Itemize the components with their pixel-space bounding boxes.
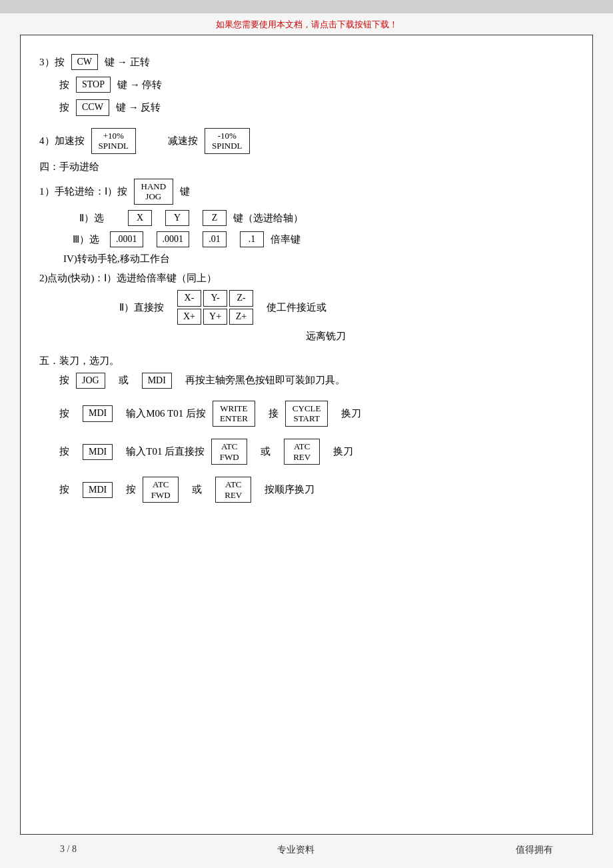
atc-fwd2-key: ATC FWD bbox=[143, 477, 179, 503]
input-m06-label: 输入M06 T01 后按 bbox=[126, 407, 206, 420]
an5-prefix: 按 bbox=[126, 483, 136, 496]
k0001b-key: .0001 bbox=[157, 231, 190, 247]
section3-prefix: 3）按 bbox=[39, 56, 65, 69]
y-key: Y bbox=[165, 210, 189, 226]
x-key: X bbox=[128, 210, 152, 226]
stop-key: STOP bbox=[76, 77, 111, 93]
atc-rev-key: ATC REV bbox=[284, 439, 320, 465]
section4-prefix: 4）加速按 bbox=[39, 135, 85, 147]
footer-page: 3 / 8 bbox=[60, 844, 77, 856]
handjog-key: HAND JOG bbox=[134, 179, 174, 205]
z-key: Z bbox=[203, 210, 227, 226]
line-diandong: 2)点动(快动)：Ⅰ）选进给倍率键（同上） bbox=[39, 272, 574, 285]
plus10-key: +10% SPINDL bbox=[91, 128, 137, 154]
line-wu-title: 五．装刀，选刀。 bbox=[39, 355, 574, 367]
line-jog-buttons: Ⅱ）直接按 X- Y- Z- X+ Y+ Z+ 使工件接近或 bbox=[119, 290, 574, 324]
yminus-key: Y- bbox=[203, 290, 227, 306]
an-jie-label: 接 bbox=[269, 407, 279, 420]
ii-xuan-label: Ⅱ）选 bbox=[79, 212, 104, 225]
zminus-key: Z- bbox=[229, 290, 253, 306]
an3-prefix: 按 bbox=[59, 445, 69, 458]
jog-key: JOG bbox=[76, 373, 105, 389]
an-prefix1: 按 bbox=[59, 374, 69, 387]
mdi1-key: MDI bbox=[142, 373, 172, 389]
one-shoulun-label: 1）手轮进给：Ⅰ）按 bbox=[39, 185, 127, 198]
mdi3-key: MDI bbox=[83, 444, 113, 460]
line-si-manual: 四：手动进给 bbox=[39, 161, 574, 173]
line-xyz: Ⅱ）选 X Y Z 键（选进给轴） bbox=[79, 210, 574, 226]
atc-rev2-key: ATC REV bbox=[215, 477, 251, 503]
jian-xuanjingei-label: 键（选进给轴） bbox=[233, 212, 303, 225]
huan-dao1-label: 换刀 bbox=[341, 407, 361, 420]
line-rate-keys: Ⅲ）选 .0001 .0001 .01 .1 倍率键 bbox=[73, 231, 574, 247]
line-m06: 按 MDI 输入M06 T01 后按 WRITE ENTER 接 CYCLE S… bbox=[59, 401, 574, 427]
main-content: 3）按 CW 键 → 正转 按 STOP 键 → 停转 按 CCW 键 → 反转… bbox=[20, 35, 593, 835]
zai-an-text: 再按主轴旁黑色按钮即可装卸刀具。 bbox=[185, 374, 345, 387]
or3-label: 或 bbox=[192, 483, 202, 496]
k0001a-key: .0001 bbox=[110, 231, 143, 247]
line-stop: 按 STOP 键 → 停转 bbox=[59, 77, 574, 93]
page-wrapper: 如果您需要使用本文档，请点击下载按钮下载！ 3）按 CW 键 → 正转 按 ST… bbox=[0, 13, 613, 868]
line-iv: IV)转动手轮,移动工作台 bbox=[63, 253, 574, 265]
jiansu-label: 减速按 bbox=[168, 135, 198, 147]
cycle-start-key: CYCLE START bbox=[285, 401, 328, 427]
line-ccw: 按 CCW 键 → 反转 bbox=[59, 99, 574, 115]
xminus-key: X- bbox=[177, 290, 201, 306]
line-atc-seq: 按 MDI 按 ATC FWD 或 ATC REV 按顺序换刀 bbox=[59, 477, 574, 503]
huan-dao3-label: 按顺序换刀 bbox=[265, 483, 314, 496]
cw-label: 键 → 正转 bbox=[105, 56, 150, 69]
two-diandong-label: 2)点动(快动)：Ⅰ）选进给倍率键（同上） bbox=[39, 272, 217, 285]
ccw-label: 键 → 反转 bbox=[116, 101, 161, 114]
line-cw: 3）按 CW 键 → 正转 bbox=[39, 54, 574, 70]
stop-prefix: 按 bbox=[59, 79, 69, 91]
k1-key: .1 bbox=[240, 231, 264, 247]
or1-label: 或 bbox=[119, 374, 129, 387]
or2-label: 或 bbox=[261, 445, 271, 458]
line-spindl: 4）加速按 +10% SPINDL 减速按 -10% SPINDL bbox=[39, 128, 574, 154]
minus10-key: -10% SPINDL bbox=[205, 128, 250, 154]
footer-label1: 专业资料 bbox=[277, 844, 314, 856]
si-manual-label: 四：手动进给 bbox=[39, 161, 99, 173]
footer-bar: 3 / 8 专业资料 值得拥有 bbox=[20, 837, 593, 863]
line-yuan-li: 远离铣刀 bbox=[306, 330, 574, 343]
cw-key: CW bbox=[71, 54, 99, 70]
zplus-key: Z+ bbox=[229, 309, 253, 325]
mdi4-key: MDI bbox=[83, 482, 113, 498]
k01-key: .01 bbox=[203, 231, 227, 247]
ii-zhijie-an-label: Ⅱ）直接按 bbox=[119, 301, 164, 314]
stop-label: 键 → 停转 bbox=[117, 79, 163, 91]
shi-gongji-label: 使工件接近或 bbox=[267, 301, 326, 314]
atc-fwd-key: ATC FWD bbox=[211, 439, 247, 465]
ccw-prefix: 按 bbox=[59, 101, 69, 114]
xplus-key: X+ bbox=[177, 309, 201, 325]
footer-label2: 值得拥有 bbox=[516, 844, 553, 856]
line-jog-mdi: 按 JOG 或 MDI 再按主轴旁黑色按钮即可装卸刀具。 bbox=[59, 373, 574, 389]
input-t01-label: 输入T01 后直接按 bbox=[126, 445, 205, 458]
jog-keys-grid: X- Y- Z- X+ Y+ Z+ bbox=[177, 290, 253, 324]
write-enter-key: WRITE ENTER bbox=[213, 401, 255, 427]
bei-lv-jian-label: 倍率键 bbox=[271, 233, 301, 246]
huan-dao2-label: 换刀 bbox=[333, 445, 353, 458]
yuan-li-label: 远离铣刀 bbox=[306, 330, 346, 343]
mdi2-key: MDI bbox=[83, 405, 113, 421]
ccw-key: CCW bbox=[76, 99, 109, 115]
jian-after-label: 键 bbox=[180, 185, 190, 198]
line-t01: 按 MDI 输入T01 后直接按 ATC FWD 或 ATC REV 换刀 bbox=[59, 439, 574, 465]
iv-text-label: IV)转动手轮,移动工作台 bbox=[63, 253, 170, 265]
top-bar-text: 如果您需要使用本文档，请点击下载按钮下载！ bbox=[216, 19, 398, 29]
top-bar: 如果您需要使用本文档，请点击下载按钮下载！ bbox=[0, 13, 613, 35]
yplus-key: Y+ bbox=[203, 309, 227, 325]
an4-prefix: 按 bbox=[59, 483, 69, 496]
wu-title-label: 五．装刀，选刀。 bbox=[39, 355, 119, 367]
an2-prefix: 按 bbox=[59, 407, 69, 420]
iii-xuan-label: Ⅲ）选 bbox=[73, 233, 99, 246]
line-handjog: 1）手轮进给：Ⅰ）按 HAND JOG 键 bbox=[39, 179, 574, 205]
